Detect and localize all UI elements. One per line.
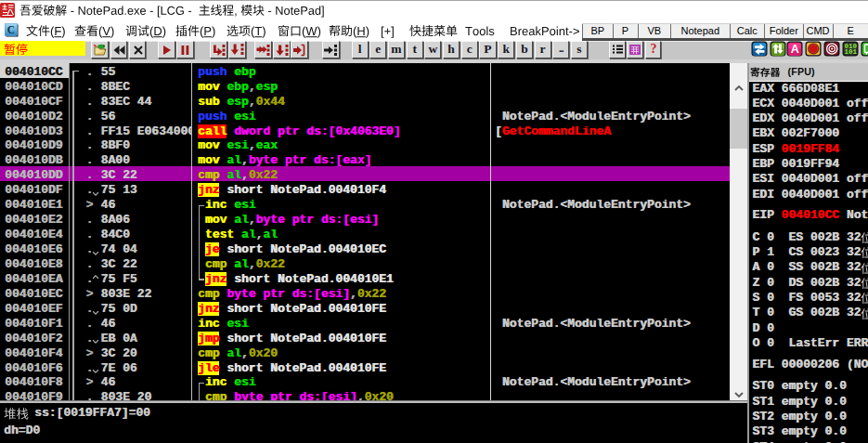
svg-text:A: A: [791, 43, 799, 56]
svg-text:101: 101: [844, 48, 857, 56]
svg-text:C: C: [6, 24, 14, 35]
